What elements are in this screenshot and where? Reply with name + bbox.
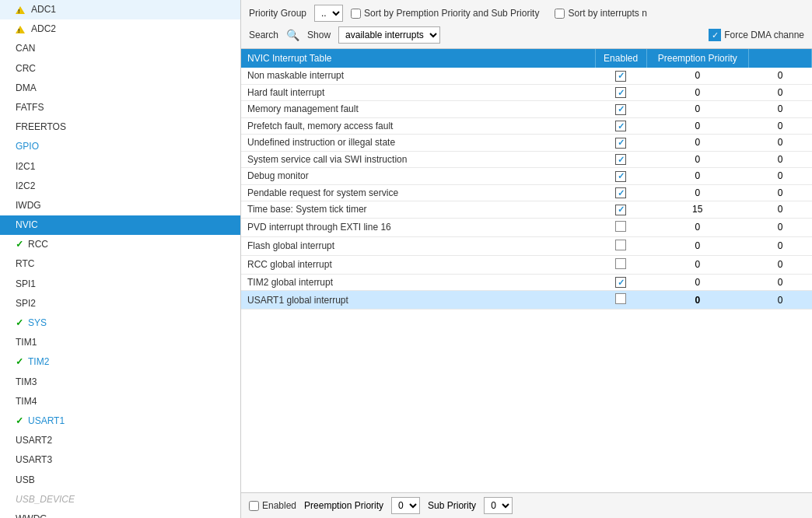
checkbox-box[interactable] [615, 154, 626, 165]
col-header-name: NVIC Interrupt Table [241, 49, 595, 68]
interrupt-enabled[interactable] [595, 84, 646, 101]
main-content: Priority Group .. Sort by Premption Prio… [241, 0, 812, 518]
sidebar-item-usb[interactable]: USB [0, 471, 240, 490]
sidebar-item-dma[interactable]: DMA [0, 79, 240, 98]
sidebar-item-rcc[interactable]: ✓ RCC [0, 235, 240, 254]
checkbox-box[interactable] [615, 277, 626, 288]
sidebar-item-usart1[interactable]: ✓ USART1 [0, 411, 240, 431]
force-dma-checkbox[interactable]: ✓ [709, 29, 721, 41]
col-header-enabled: Enabled [595, 49, 646, 68]
table-row[interactable]: Hard fault interrupt00 [241, 84, 812, 101]
sidebar-item-i2c2[interactable]: I2C2 [0, 177, 240, 196]
checkbox-box[interactable] [615, 187, 626, 198]
sidebar-item-gpio[interactable]: GPIO [0, 137, 240, 156]
checkbox-box[interactable] [615, 104, 626, 115]
interrupt-name: Debug monitor [241, 168, 595, 185]
bottom-sub-select[interactable]: 0 [484, 497, 513, 514]
checkbox-box[interactable] [615, 293, 626, 304]
table-row[interactable]: Flash global interrupt00 [241, 236, 812, 255]
interrupt-name: Time base: System tick timer [241, 201, 595, 219]
interrupt-enabled[interactable] [595, 236, 646, 255]
interrupt-enabled[interactable] [595, 291, 646, 310]
sub-priority: 0 [749, 117, 812, 135]
preemption-priority: 0 [646, 135, 749, 152]
sidebar-item-fatfs[interactable]: FATFS [0, 98, 240, 117]
sidebar-item-usb_device[interactable]: USB_DEVICE [0, 490, 240, 509]
sidebar-item-adc1[interactable]: !ADC1 [0, 0, 240, 19]
sidebar-item-tim2[interactable]: ✓ TIM2 [0, 352, 240, 372]
sort-interrupts-label[interactable]: Sort by interrupts n [555, 8, 646, 19]
sidebar-item-tim1[interactable]: TIM1 [0, 333, 240, 352]
show-label: Show [307, 30, 331, 40]
interrupt-enabled[interactable] [595, 218, 646, 236]
bottom-preemption-select[interactable]: 0 [391, 497, 420, 514]
interrupt-enabled[interactable] [595, 201, 646, 219]
table-row[interactable]: PVD interrupt through EXTI line 1600 [241, 218, 812, 236]
table-row[interactable]: System service call via SWI instruction0… [241, 151, 812, 168]
table-row[interactable]: Debug monitor00 [241, 168, 812, 185]
interrupt-name: System service call via SWI instruction [241, 151, 595, 168]
sub-priority: 0 [749, 184, 812, 201]
interrupt-enabled[interactable] [595, 168, 646, 185]
interrupt-name: Undefined instruction or illegal state [241, 135, 595, 152]
sidebar-item-nvic[interactable]: NVIC [0, 215, 240, 235]
interrupt-name: Pendable request for system service [241, 184, 595, 201]
interrupt-enabled[interactable] [595, 68, 646, 84]
interrupt-enabled[interactable] [595, 101, 646, 118]
table-row[interactable]: Memory management fault00 [241, 101, 812, 118]
interrupt-name: RCC global interrupt [241, 255, 595, 274]
sort-interrupts-checkbox[interactable] [555, 9, 565, 19]
sidebar-item-tim4[interactable]: TIM4 [0, 392, 240, 411]
bottom-enabled-checkbox-label[interactable]: Enabled [249, 500, 296, 511]
interrupt-enabled[interactable] [595, 184, 646, 201]
sub-priority: 0 [749, 135, 812, 152]
priority-group-select[interactable]: .. [314, 5, 343, 22]
interrupt-name: Prefetch fault, memory access fault [241, 117, 595, 135]
sidebar-item-spi1[interactable]: SPI1 [0, 275, 240, 294]
search-icon[interactable]: 🔍 [286, 29, 299, 41]
sort-premption-checkbox[interactable] [351, 9, 361, 19]
checkbox-box[interactable] [615, 205, 626, 215]
interrupt-enabled[interactable] [595, 274, 646, 291]
sidebar-item-crc[interactable]: CRC [0, 59, 240, 79]
sidebar-item-sys[interactable]: ✓ SYS [0, 313, 240, 333]
interrupt-enabled[interactable] [595, 135, 646, 152]
checkbox-box[interactable] [615, 71, 626, 82]
table-row[interactable]: Undefined instruction or illegal state00 [241, 135, 812, 152]
checkbox-box[interactable] [615, 171, 626, 182]
sidebar-item-wwdg[interactable]: WWDG [0, 509, 240, 518]
checkbox-box[interactable] [615, 221, 626, 232]
checkbox-box[interactable] [615, 87, 626, 98]
sidebar-item-can[interactable]: CAN [0, 39, 240, 58]
interrupt-enabled[interactable] [595, 117, 646, 135]
sidebar-item-iwdg[interactable]: IWDG [0, 196, 240, 215]
checkbox-box[interactable] [615, 240, 626, 250]
sidebar-item-spi2[interactable]: SPI2 [0, 294, 240, 313]
interrupt-enabled[interactable] [595, 151, 646, 168]
sidebar-item-adc2[interactable]: !ADC2 [0, 19, 240, 39]
table-row[interactable]: Prefetch fault, memory access fault00 [241, 117, 812, 135]
table-row[interactable]: Non maskable interrupt00 [241, 68, 812, 84]
checkbox-box[interactable] [615, 138, 626, 149]
table-row[interactable]: RCC global interrupt00 [241, 255, 812, 274]
sidebar-item-i2c1[interactable]: I2C1 [0, 157, 240, 177]
sidebar-item-freertos[interactable]: FREERTOS [0, 117, 240, 137]
bottom-bar: Enabled Preemption Priority 0 Sub Priori… [241, 492, 812, 518]
table-row[interactable]: USART1 global interrupt00 [241, 291, 812, 310]
sidebar-item-usart2[interactable]: USART2 [0, 431, 240, 450]
interrupt-name: Memory management fault [241, 101, 595, 118]
show-select[interactable]: available interrupts [338, 26, 440, 44]
sort-premption-label[interactable]: Sort by Premption Priority and Sub Prior… [351, 8, 539, 19]
sidebar-item-tim3[interactable]: TIM3 [0, 373, 240, 392]
table-row[interactable]: Pendable request for system service00 [241, 184, 812, 201]
sidebar-item-usart3[interactable]: USART3 [0, 450, 240, 470]
interrupt-enabled[interactable] [595, 255, 646, 274]
table-row[interactable]: TIM2 global interrupt00 [241, 274, 812, 291]
preemption-priority: 0 [646, 291, 749, 310]
checkbox-box[interactable] [615, 258, 626, 269]
sidebar-item-rtc[interactable]: RTC [0, 254, 240, 274]
bottom-enabled-checkbox[interactable] [249, 501, 259, 511]
table-row[interactable]: Time base: System tick timer150 [241, 201, 812, 219]
checkbox-box[interactable] [615, 121, 626, 131]
interrupt-name: Hard fault interrupt [241, 84, 595, 101]
